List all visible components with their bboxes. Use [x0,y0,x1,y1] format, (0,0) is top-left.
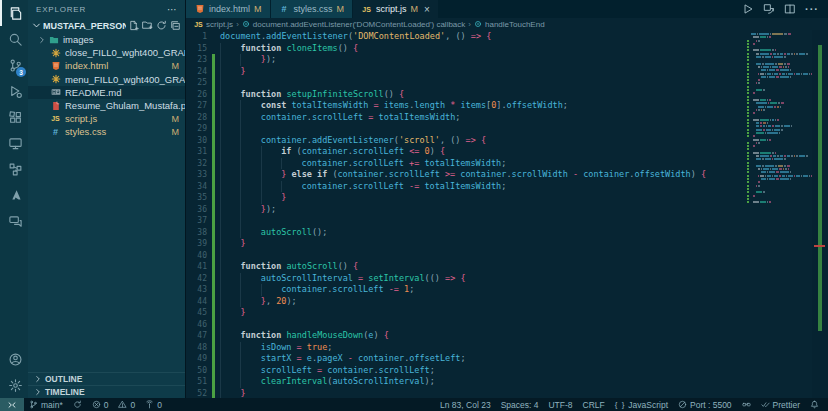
new-folder-button[interactable] [142,20,153,31]
status-copilot[interactable] [737,398,756,411]
code-line-35[interactable]: 35} [186,192,746,204]
code-line-36[interactable]: 36}); [186,204,746,216]
code-line-51[interactable]: 51clearInterval(autoScrollInterval); [186,376,746,388]
remote-indicator[interactable] [0,398,24,411]
split-editor-button[interactable] [784,3,796,15]
activity-item-settings[interactable] [0,372,28,398]
code-line-32[interactable]: 32container.scrollLeft += totalItemsWidt… [186,158,746,170]
tree-item-script-js[interactable]: JSscript.jsM [28,112,185,125]
sidebar-more-actions-button[interactable]: ⋯ [167,4,177,15]
activity-item-search[interactable] [0,26,28,52]
status-git-branch[interactable]: main* [24,398,68,411]
status-language-mode[interactable]: { }JavaScript [610,398,673,411]
code-line-38[interactable]: 38autoScroll(); [186,227,746,239]
status-errors[interactable]: 0 [87,398,114,411]
symbol-icon [242,20,250,28]
close-icon[interactable]: × [424,4,430,15]
code-line-47[interactable]: 47function handleMouseDown(e) { [186,330,746,342]
activity-item-live-share[interactable] [0,156,28,182]
open-changes-button[interactable] [763,3,775,15]
code-line-30[interactable]: 30container.addEventListener('scroll', (… [186,135,746,147]
line-number: 25 [186,77,212,89]
minimap-line [746,69,812,71]
minimap[interactable] [746,30,812,398]
status-sync[interactable] [68,398,87,411]
code-line-27[interactable]: 27const totalItemsWidth = items.length *… [186,100,746,112]
status-live-server-port[interactable]: Port : 5500 [673,398,737,411]
minimap-line [746,96,812,98]
code-line-26[interactable]: 26function setupInfiniteScroll() { [186,89,746,101]
workspace-header[interactable]: MUSTAFA_PERSONAL_W... [28,18,185,33]
minimap-line [746,102,812,104]
activity-item-chat[interactable] [0,208,28,234]
activity-item-explorer[interactable] [0,0,28,26]
code-line-41[interactable]: 41function autoScroll() { [186,261,746,273]
refresh-button[interactable] [156,20,167,31]
line-number: 26 [186,89,212,101]
tree-item-close-fill0-wght400-grad0-op-[interactable]: close_FILL0_wght400_GRAD0_op... [28,46,185,59]
code-line-34[interactable]: 34container.scrollLeft -= totalItemsWidt… [186,181,746,193]
code-text: container.scrollLeft += totalItemsWidth; [215,158,506,170]
line-number: 29 [186,123,212,135]
activity-item-account[interactable] [0,346,28,372]
code-line-49[interactable]: 49startX = e.pageX - container.offsetLef… [186,353,746,365]
code-line-46[interactable]: 46 [186,319,746,331]
status-warnings[interactable]: 0 [113,398,140,411]
tree-item-menu-fill0-wght400-grad0-op-[interactable]: menu_FILL0_wght400_GRAD0_op... [28,73,185,86]
tab-styles-css[interactable]: #styles.cssM [271,0,354,18]
code-line-23[interactable]: 23}); [186,54,746,66]
code-line-25[interactable]: 25 [186,77,746,89]
code-line-1[interactable]: 1document.addEventListener('DOMContentLo… [186,31,746,43]
run-button[interactable] [742,3,754,15]
code-line-40[interactable]: 40 [186,250,746,262]
code-line-37[interactable]: 37 [186,215,746,227]
breadcrumb-item[interactable]: handleTouchEnd [474,20,545,29]
status-eol[interactable]: CRLF [578,398,610,411]
code-lines[interactable]: 1document.addEventListener('DOMContentLo… [186,30,746,398]
code-line-31[interactable]: 31if (container.scrollLeft <= 0) { [186,146,746,158]
file-tree: imagesclose_FILL0_wght400_GRAD0_op...ind… [28,33,185,139]
code-line-29[interactable]: 29 [186,123,746,135]
indent-guide [240,181,260,193]
tab-index-html[interactable]: index.htmlM [186,0,271,18]
overview-ruler[interactable] [812,30,828,398]
code-line-44[interactable]: 44}, 20); [186,296,746,308]
code-line-39[interactable]: 39} [186,238,746,250]
status-encoding[interactable]: UTF-8 [543,398,577,411]
status-indentation[interactable]: Spaces: 4 [496,398,544,411]
code-line-28[interactable]: 28container.scrollLeft = totalItemsWidth… [186,112,746,124]
tree-item-index-html[interactable]: index.htmlM [28,59,185,72]
status-formatter[interactable]: Prettier [756,398,805,411]
code-line-15[interactable]: 15function cloneItems() { [186,43,746,55]
breadcrumb-item[interactable]: JSscript.js [194,20,233,29]
indent-guide [240,227,260,239]
collapse-all-button[interactable] [170,20,181,31]
status-notifications[interactable] [805,398,824,411]
breadcrumb-item[interactable]: document.addEventListener('DOMContentLoa… [242,20,466,29]
tab-script-js[interactable]: JSscript.jsM× [353,0,439,18]
tree-item-styles-css[interactable]: #styles.cssM [28,125,185,138]
code-line-43[interactable]: 43container.scrollLeft -= 1; [186,284,746,296]
code-line-48[interactable]: 48isDown = true; [186,342,746,354]
new-file-button[interactable] [128,20,139,31]
code-line-24[interactable]: 24} [186,66,746,78]
status-cursor-position[interactable]: Ln 83, Col 23 [435,398,496,411]
code-line-52[interactable]: 52} [186,388,746,399]
activity-item-azure[interactable] [0,182,28,208]
activity-item-run-debug[interactable] [0,78,28,104]
code-line-33[interactable]: 33} else if (container.scrollLeft >= con… [186,169,746,181]
tree-item-readme-md[interactable]: README.md [28,86,185,99]
code-line-50[interactable]: 50scrollLeft = container.scrollLeft; [186,365,746,377]
status-ports[interactable]: 0 [140,398,167,411]
code-line-42[interactable]: 42autoScrollInterval = setInterval(() =>… [186,273,746,285]
code-line-45[interactable]: 45} [186,307,746,319]
braces-icon: { } [615,400,626,409]
activity-item-remote-explorer[interactable] [0,130,28,156]
more-actions-button[interactable]: ··· [805,3,819,15]
activity-item-source-control[interactable]: 3 [0,52,28,78]
tree-item-images[interactable]: images [28,33,185,46]
panel-timeline[interactable]: TIMELINE [28,385,185,398]
panel-outline[interactable]: OUTLINE [28,372,185,385]
activity-item-extensions[interactable] [0,104,28,130]
tree-item-resume-ghulam-mustafa-pdf[interactable]: Resume_Ghulam_Mustafa.pdf [28,99,185,112]
